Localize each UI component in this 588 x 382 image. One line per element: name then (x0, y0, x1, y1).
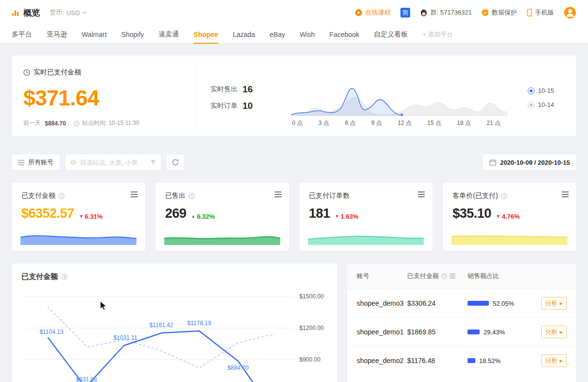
site-icon (70, 159, 76, 165)
account-name: shopee_demo2 (357, 357, 407, 365)
site-time: 站点时间: 10-15 11:30 (74, 119, 139, 127)
help-icon[interactable]: ? (61, 274, 68, 280)
refresh-button[interactable] (167, 155, 184, 170)
svg-text:$1178.19: $1178.19 (187, 320, 211, 327)
kpi-value: $35.10 (452, 206, 491, 221)
refresh-icon (172, 158, 179, 166)
svg-text:?: ? (503, 194, 505, 198)
site-time-label: 站点时间: 10-15 11:30 (82, 119, 139, 127)
table-row: shopee_demo1 $1869.85 29.43% 分析 ▶ (347, 317, 576, 346)
currency-label: 货币: (50, 8, 64, 17)
legend-option-yesterday[interactable]: 10-14 (528, 101, 565, 108)
svg-text:$631.08: $631.08 (76, 376, 97, 382)
play-icon (355, 9, 363, 17)
sort-menu-icon[interactable] (450, 274, 455, 278)
date-range-picker[interactable]: 2020-10-09 / 2020-10-15 (483, 155, 576, 170)
online-course-link[interactable]: 在线课程 (355, 8, 391, 17)
kpi-card-sold: 已售出 ? 269 ▲6.32% (156, 183, 289, 251)
qq-penguin-icon (420, 9, 428, 17)
legend-option-today[interactable]: 10-15 (528, 87, 565, 94)
currency-value: USD (67, 9, 80, 17)
card-menu-icon[interactable] (562, 191, 569, 197)
kpi-delta: ▼4.76% (496, 213, 520, 220)
qq-group-label: 群: 571736321 (431, 8, 472, 17)
card-menu-icon[interactable] (131, 191, 138, 197)
kpi-sparkline (20, 231, 137, 245)
tab-shopee[interactable]: Shopee (193, 25, 218, 43)
qq-group-link[interactable]: 群: 571736321 (420, 8, 472, 17)
col-amount[interactable]: 已支付金额 ? (407, 272, 467, 280)
tab-aliexpress[interactable]: 速卖通 (158, 25, 179, 43)
legend-label: 10-14 (538, 101, 554, 108)
bar-chart-logo-icon (12, 9, 19, 17)
point-labels: $1104.13 $631.08 $1031.11 $1161.42 $1178… (39, 320, 249, 382)
clock-icon (23, 69, 30, 76)
calendar-icon (489, 159, 496, 166)
kpi-title: 已支付订单数 (309, 191, 350, 200)
kpi-sparkline (451, 231, 568, 245)
paid-amount-chart-card: 已支付金额 ? $1500.00 $1200.00 $900.00 $1104.… (12, 263, 337, 382)
radio-unchecked-icon (528, 102, 535, 108)
tab-multi-platform[interactable]: 多平台 (12, 25, 32, 43)
mobile-version-link[interactable]: 手机版 (527, 8, 554, 17)
trend-down-icon: ▼ (496, 214, 501, 219)
analyze-button[interactable]: 分析 ▶ (541, 297, 567, 310)
account-amount: $1176.48 (407, 357, 467, 365)
account-name: shopee_demo3 (357, 299, 407, 307)
daily-line-chart: $1500.00 $1200.00 $900.00 $1104.13 $631.… (12, 285, 337, 382)
add-platform-button[interactable]: + 添加平台 (422, 25, 453, 43)
tab-walmart[interactable]: Walmart (82, 25, 107, 43)
tab-wish[interactable]: Wish (300, 25, 315, 43)
kpi-title: 已售出 (165, 191, 186, 200)
x-tick: 21 点 (486, 119, 501, 127)
analyze-button[interactable]: 分析 ▶ (541, 326, 567, 338)
chevron-down-icon (82, 11, 87, 14)
date-legend: 10-15 10-14 (521, 68, 565, 127)
help-icon[interactable]: ? (501, 193, 507, 199)
data-protection-label: 数据保护 (492, 8, 517, 17)
tab-ebay[interactable]: eBay (270, 25, 285, 43)
all-accounts-button[interactable]: 所有账号 (12, 155, 60, 170)
tab-shopify[interactable]: Shopify (121, 25, 144, 43)
data-protection-link[interactable]: 数据保护 (482, 8, 517, 17)
table-header: 账号 已支付金额 ? 销售额占比 (347, 263, 576, 289)
kpi-card-paid-orders: 已支付订单数 181 ▼1.63% (299, 183, 433, 251)
x-tick: 3 点 (318, 119, 329, 127)
previous-day-label: 前一天: (23, 119, 42, 127)
svg-text:$884.70: $884.70 (227, 365, 249, 371)
platform-tabs: 多平台 亚马逊 Walmart Shopify 速卖通 Shopee Lazad… (0, 25, 588, 44)
tab-facebook[interactable]: Facebook (329, 25, 359, 43)
help-icon[interactable]: ? (189, 193, 195, 199)
user-avatar-icon[interactable] (564, 6, 576, 19)
site-filter-input[interactable] (66, 155, 161, 170)
svg-text:?: ? (190, 194, 192, 198)
help-icon[interactable]: ? (441, 273, 447, 279)
phone-icon (527, 9, 532, 17)
kpi-delta: ▼1.63% (335, 213, 359, 220)
tab-amazon[interactable]: 亚马逊 (47, 25, 67, 43)
site-filter (66, 155, 161, 170)
x-tick: 0 点 (292, 119, 303, 127)
current-line (48, 331, 276, 382)
card-menu-icon[interactable] (418, 191, 425, 197)
account-amount: $3306.24 (407, 299, 467, 307)
share-cell: 29.43% (467, 329, 535, 336)
account-table-card: 账号 已支付金额 ? 销售额占比 shopee_demo3 $3306.24 5… (347, 263, 576, 382)
card-menu-icon[interactable] (275, 191, 281, 197)
tab-lazada[interactable]: Lazada (233, 25, 255, 43)
currency-selector[interactable]: 货币: USD (50, 8, 87, 17)
topbar: 概览 货币: USD 在线课程 简 群: 571736321 数据保护 手机版 (0, 0, 588, 25)
share-bar (467, 358, 475, 363)
share-value: 52.05% (493, 300, 514, 307)
share-value: 29.43% (484, 329, 505, 336)
previous-day-value: $884.70 (45, 120, 66, 127)
tab-custom-dashboard[interactable]: 自定义看板 (374, 25, 408, 43)
svg-text:$1031.11: $1031.11 (113, 334, 137, 341)
help-icon[interactable]: ? (58, 193, 65, 199)
hourly-area-chart (291, 85, 507, 117)
language-badge[interactable]: 简 (400, 8, 410, 17)
table-row: shopee_demo2 $1176.48 18.52% 分析 ▶ (347, 346, 576, 375)
analyze-button[interactable]: 分析 ▶ (541, 354, 567, 367)
y-tick: $900.00 (299, 356, 321, 363)
svg-text:$1161.42: $1161.42 (149, 322, 173, 329)
